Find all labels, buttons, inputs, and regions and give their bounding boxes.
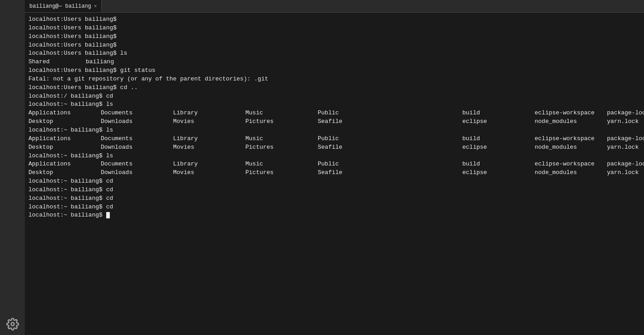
ls-item (390, 109, 462, 118)
ls-item: yarn.lock (607, 143, 644, 152)
ls-item: Desktop (28, 118, 101, 126)
ls-item: node_modules (535, 169, 607, 177)
sidebar (0, 0, 25, 335)
terminal-line: localhost:Users bailiang$ cd .. (28, 84, 644, 92)
ls-item: build (462, 160, 535, 169)
terminal-line: localhost:Users bailiang$ ls (28, 49, 644, 58)
tab-label: bailiang@— bailiang (29, 3, 91, 9)
terminal-cursor (106, 212, 110, 218)
ls-item: Movies (173, 118, 245, 126)
ls-item: eclipse-workspace (535, 109, 607, 118)
ls-item: Downloads (101, 118, 173, 126)
ls-item (390, 169, 462, 177)
terminal-line: localhost:~ bailiang$ cd (28, 186, 644, 194)
terminal-line: localhost:/ bailiang$ cd (28, 92, 644, 101)
ls-item: Documents (101, 109, 173, 118)
ls-item: Pictures (245, 143, 318, 152)
ls-item: yarn.lock (607, 169, 644, 177)
ls-item: package-lock.json (607, 109, 644, 118)
ls-item (390, 135, 462, 143)
ls-item: Seafile (318, 169, 390, 177)
ls-item: Movies (173, 143, 245, 152)
ls-output-users: Shared bailiang (28, 58, 644, 66)
ls-item: Applications (28, 135, 101, 143)
ls-item: Shared (28, 58, 50, 66)
terminal-wrapper: bailiang@— bailiang × (0, 0, 644, 335)
ls-item: Pictures (245, 169, 318, 177)
ls-item: Documents (101, 160, 173, 169)
gear-icon[interactable] (6, 318, 19, 330)
ls-item: Pictures (245, 118, 318, 126)
ls-item: eclipse-workspace (535, 135, 607, 143)
terminal-line: localhost:Users bailiang$ (28, 24, 644, 33)
ls-item (390, 118, 462, 126)
ls-item (390, 160, 462, 169)
ls-item: Music (245, 135, 318, 143)
terminal-output[interactable]: localhost:Users bailiang$ localhost:User… (25, 13, 644, 335)
ls-grid-2: Applications Documents Library Music Pub… (28, 135, 644, 152)
ls-item: Public (318, 135, 390, 143)
ls-item: Music (245, 160, 318, 169)
terminal-line: localhost:Users bailiang$ git status (28, 66, 644, 75)
ls-grid-1: Applications Documents Library Music Pub… (28, 109, 644, 126)
ls-item: Seafile (318, 143, 390, 152)
ls-item: Library (173, 109, 245, 118)
terminal-line: localhost:~ bailiang$ (28, 211, 644, 220)
terminal-tab[interactable]: bailiang@— bailiang × (25, 0, 102, 12)
ls-item: package-lock.json (607, 135, 644, 143)
ls-grid-3: Applications Documents Library Music Pub… (28, 160, 644, 177)
terminal-line: localhost:~ bailiang$ cd (28, 177, 644, 186)
ls-item: Desktop (28, 169, 101, 177)
ls-item: Library (173, 135, 245, 143)
terminal-line: localhost:~ bailiang$ ls (28, 126, 644, 135)
ls-item: Movies (173, 169, 245, 177)
ls-item: Music (245, 109, 318, 118)
ls-item: eclipse (462, 118, 535, 126)
ls-item: Applications (28, 109, 101, 118)
ls-item: build (462, 135, 535, 143)
terminal-line: localhost:~ bailiang$ ls (28, 152, 644, 160)
terminal-line: localhost:~ bailiang$ cd (28, 203, 644, 212)
ls-item: eclipse (462, 169, 535, 177)
ls-item (390, 143, 462, 152)
ls-item: Public (318, 109, 390, 118)
terminal-line: localhost:Users bailiang$ (28, 41, 644, 50)
ls-item: Applications (28, 160, 101, 169)
ls-item: Seafile (318, 118, 390, 126)
terminal-line: Fatal: not a git repository (or any of t… (28, 75, 644, 84)
terminal-area[interactable]: bailiang@— bailiang × (25, 0, 644, 335)
ls-item: Documents (101, 135, 173, 143)
ls-item: eclipse-workspace (535, 160, 607, 169)
terminal-line: localhost:Users bailiang$ (28, 15, 644, 24)
terminal-line: localhost:~ bailiang$ cd (28, 194, 644, 203)
ls-item: build (462, 109, 535, 118)
ls-item: node_modules (535, 118, 607, 126)
ls-item: Library (173, 160, 245, 169)
ls-item: node_modules (535, 143, 607, 152)
ls-item: eclipse (462, 143, 535, 152)
ls-item: yarn.lock (607, 118, 644, 126)
ls-item: bailiang (86, 58, 114, 66)
ls-item: Public (318, 160, 390, 169)
terminal-line: localhost:~ bailiang$ ls (28, 100, 644, 109)
tab-bar: bailiang@— bailiang × (25, 0, 644, 13)
ls-item: package-lock.json (607, 160, 644, 169)
ls-item: Downloads (101, 143, 173, 152)
svg-point-0 (11, 323, 14, 326)
tab-close-button[interactable]: × (94, 4, 97, 9)
terminal-line: localhost:Users bailiang$ (28, 33, 644, 41)
ls-item: Downloads (101, 169, 173, 177)
ls-item: Desktop (28, 143, 101, 152)
